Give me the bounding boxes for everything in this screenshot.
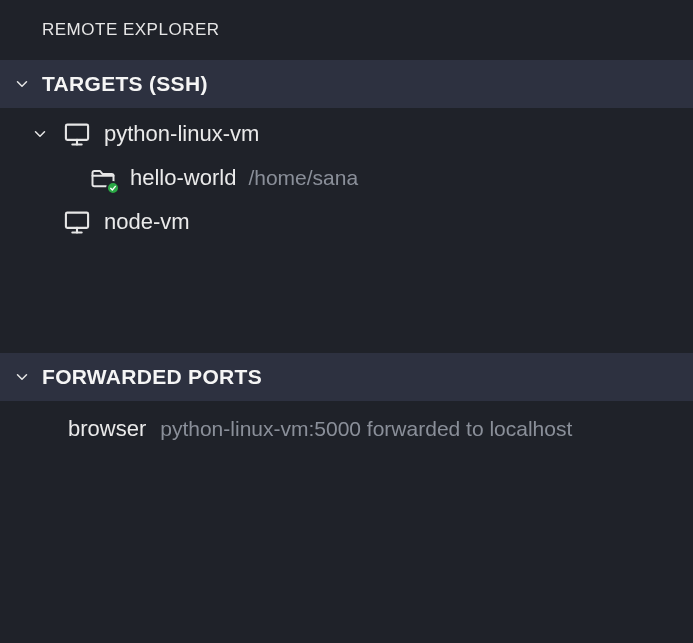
- monitor-icon: [62, 119, 92, 149]
- ssh-host-folder-label: hello-world: [130, 165, 236, 191]
- chevron-down-icon: [30, 124, 50, 144]
- section-targets: TARGETS (SSH) python-linux-vm: [0, 60, 693, 353]
- ssh-host[interactable]: python-linux-vm: [0, 112, 693, 156]
- chevron-down-icon: [12, 367, 32, 387]
- ssh-host[interactable]: node-vm: [0, 200, 693, 244]
- ssh-host-folder[interactable]: hello-world /home/sana: [0, 156, 693, 200]
- section-body-targets: python-linux-vm hello-world /home/sana: [0, 108, 693, 353]
- section-header-targets-label: TARGETS (SSH): [42, 72, 208, 96]
- forwarded-port[interactable]: browser python-linux-vm:5000 forwarded t…: [0, 405, 693, 453]
- ssh-host-label: python-linux-vm: [104, 121, 259, 147]
- section-header-targets[interactable]: TARGETS (SSH): [0, 60, 693, 108]
- svg-rect-3: [66, 213, 88, 228]
- forwarded-port-name: browser: [68, 416, 146, 442]
- svg-rect-0: [66, 125, 88, 140]
- section-body-ports: browser python-linux-vm:5000 forwarded t…: [0, 401, 693, 641]
- forwarded-port-detail: python-linux-vm:5000 forwarded to localh…: [160, 417, 572, 441]
- panel-title-text: REMOTE EXPLORER: [42, 20, 220, 40]
- active-badge-icon: [106, 181, 120, 195]
- section-header-ports-label: FORWARDED PORTS: [42, 365, 262, 389]
- folder-open-icon: [88, 163, 118, 193]
- ssh-host-label: node-vm: [104, 209, 190, 235]
- panel-title: REMOTE EXPLORER: [0, 0, 693, 60]
- ssh-host-folder-path: /home/sana: [248, 166, 358, 190]
- section-ports: FORWARDED PORTS browser python-linux-vm:…: [0, 353, 693, 641]
- chevron-down-icon: [12, 74, 32, 94]
- section-header-ports[interactable]: FORWARDED PORTS: [0, 353, 693, 401]
- monitor-icon: [62, 207, 92, 237]
